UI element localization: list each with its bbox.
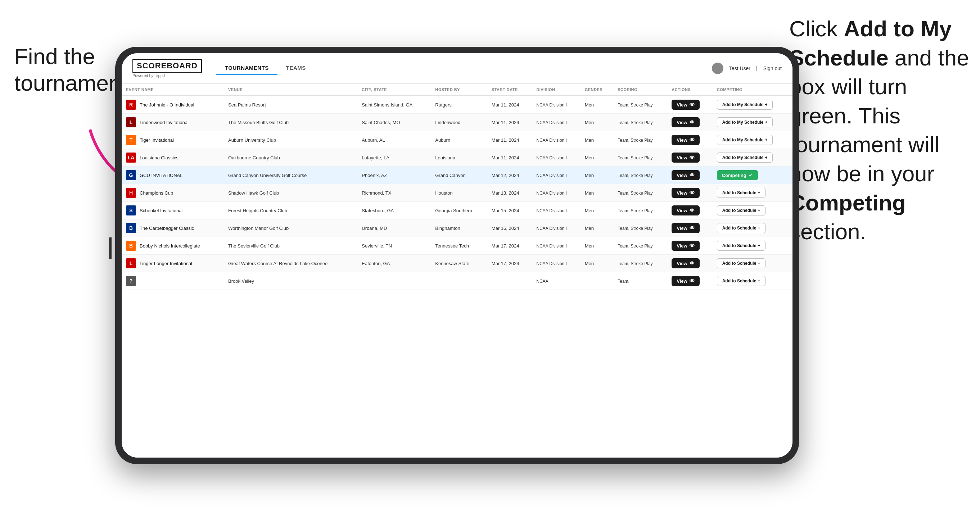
- cell-venue: Brook Valley: [224, 272, 357, 290]
- cell-actions[interactable]: View 👁: [667, 202, 712, 219]
- plus-icon: +: [757, 208, 760, 213]
- cell-actions[interactable]: View 👁: [667, 131, 712, 149]
- school-logo: B: [126, 241, 136, 251]
- add-to-schedule-button[interactable]: Add to Schedule +: [717, 223, 766, 233]
- cell-city: Saint Simons Island, GA: [357, 96, 431, 114]
- col-gender: GENDER: [581, 84, 614, 96]
- add-to-schedule-button[interactable]: Add to My Schedule +: [717, 152, 773, 163]
- add-to-schedule-button[interactable]: Add to Schedule +: [717, 241, 766, 251]
- view-button[interactable]: View 👁: [671, 117, 699, 127]
- cell-gender: Men: [581, 131, 614, 149]
- cell-competing[interactable]: Add to My Schedule +: [713, 96, 792, 114]
- add-to-schedule-button[interactable]: Add to Schedule +: [717, 258, 766, 268]
- view-button[interactable]: View 👁: [671, 276, 699, 286]
- cell-actions[interactable]: View 👁: [667, 149, 712, 167]
- cell-actions[interactable]: View 👁: [667, 272, 712, 290]
- col-city-state: CITY, STATE: [357, 84, 431, 96]
- add-to-schedule-button[interactable]: Add to My Schedule +: [717, 100, 773, 110]
- add-to-schedule-button[interactable]: Add to Schedule +: [717, 188, 766, 198]
- cell-actions[interactable]: View 👁: [667, 114, 712, 131]
- cell-city: [357, 272, 431, 290]
- cell-hosted-by: Rutgers: [431, 96, 487, 114]
- school-logo: H: [126, 188, 136, 198]
- cell-city: Sevierville, TN: [357, 237, 431, 255]
- cell-date: Mar 12, 2024: [487, 167, 532, 184]
- cell-actions[interactable]: View 👁: [667, 184, 712, 202]
- cell-competing[interactable]: Add to My Schedule +: [713, 114, 792, 131]
- plus-icon: +: [765, 137, 767, 143]
- col-competing: COMPETING: [713, 84, 792, 96]
- user-avatar: [712, 63, 723, 74]
- plus-icon: +: [757, 225, 760, 230]
- cell-gender: Men: [581, 255, 614, 272]
- cell-division: NCAA Division I: [532, 255, 580, 272]
- school-logo: LA: [126, 152, 136, 163]
- cell-city: Phoenix, AZ: [357, 167, 431, 184]
- view-button[interactable]: View 👁: [671, 188, 699, 198]
- cell-actions[interactable]: View 👁: [667, 255, 712, 272]
- view-button[interactable]: View 👁: [671, 135, 699, 145]
- cell-scoring: Team, Stroke Play: [613, 131, 667, 149]
- app-logo-sub: Powered by clippd: [132, 73, 202, 78]
- table-row: S Schenkel Invitational Forest Heights C…: [122, 202, 792, 219]
- cell-scoring: Team, Stroke Play: [613, 114, 667, 131]
- add-to-schedule-button[interactable]: Add to My Schedule +: [717, 135, 773, 145]
- cell-scoring: Team, Stroke Play: [613, 96, 667, 114]
- school-logo: L: [126, 117, 136, 127]
- view-button[interactable]: View 👁: [671, 205, 699, 216]
- table-row: R The Johnnie - O Individual Sea Palms R…: [122, 96, 792, 114]
- view-button[interactable]: View 👁: [671, 241, 699, 251]
- cell-venue: Forest Heights Country Club: [224, 202, 357, 219]
- cell-competing[interactable]: Add to Schedule +: [713, 184, 792, 202]
- cell-city: Eatonton, GA: [357, 255, 431, 272]
- cell-date: Mar 17, 2024: [487, 237, 532, 255]
- cell-city: Statesboro, GA: [357, 202, 431, 219]
- cell-date: [487, 272, 532, 290]
- add-to-schedule-button[interactable]: Add to My Schedule +: [717, 117, 773, 127]
- plus-icon: +: [765, 102, 767, 107]
- view-button[interactable]: View 👁: [671, 258, 699, 268]
- tablet-side-button: [109, 237, 111, 259]
- cell-competing[interactable]: Add to Schedule +: [713, 202, 792, 219]
- cell-date: Mar 11, 2024: [487, 131, 532, 149]
- cell-division: NCAA Division I: [532, 219, 580, 237]
- cell-hosted-by: Houston: [431, 184, 487, 202]
- tab-teams[interactable]: TEAMS: [277, 62, 315, 75]
- cell-competing[interactable]: Add to Schedule +: [713, 272, 792, 290]
- eye-icon: 👁: [690, 208, 695, 213]
- event-name-text: Tiger Invitational: [140, 137, 174, 143]
- cell-competing[interactable]: Add to Schedule +: [713, 237, 792, 255]
- cell-event-name: LA Louisiana Classics: [122, 149, 224, 167]
- cell-competing[interactable]: Competing ✓: [713, 167, 792, 184]
- cell-actions[interactable]: View 👁: [667, 237, 712, 255]
- tab-tournaments[interactable]: TOURNAMENTS: [216, 62, 277, 75]
- eye-icon: 👁: [690, 102, 695, 108]
- sign-out-link[interactable]: Sign out: [763, 65, 782, 71]
- competing-button[interactable]: Competing ✓: [717, 170, 758, 180]
- view-button[interactable]: View 👁: [671, 223, 699, 233]
- table-row: B Bobby Nichols Intercollegiate The Sevi…: [122, 237, 792, 255]
- cell-hosted-by: Louisiana: [431, 149, 487, 167]
- cell-date: Mar 17, 2024: [487, 255, 532, 272]
- school-logo: B: [126, 223, 136, 233]
- cell-competing[interactable]: Add to My Schedule +: [713, 131, 792, 149]
- add-to-schedule-button[interactable]: Add to Schedule +: [717, 205, 766, 216]
- plus-icon: +: [757, 261, 760, 266]
- annotation-bold-competing: Competing: [789, 190, 906, 215]
- cell-actions[interactable]: View 👁: [667, 96, 712, 114]
- cell-event-name: T Tiger Invitational: [122, 131, 224, 149]
- nav-tabs: TOURNAMENTS TEAMS: [216, 62, 315, 75]
- cell-date: Mar 16, 2024: [487, 219, 532, 237]
- view-button[interactable]: View 👁: [671, 152, 699, 163]
- view-button[interactable]: View 👁: [671, 170, 699, 180]
- cell-competing[interactable]: Add to My Schedule +: [713, 149, 792, 167]
- cell-actions[interactable]: View 👁: [667, 219, 712, 237]
- cell-competing[interactable]: Add to Schedule +: [713, 219, 792, 237]
- eye-icon: 👁: [690, 155, 695, 160]
- add-to-schedule-button[interactable]: Add to Schedule +: [717, 276, 766, 286]
- view-button[interactable]: View 👁: [671, 100, 699, 110]
- cell-competing[interactable]: Add to Schedule +: [713, 255, 792, 272]
- cell-actions[interactable]: View 👁: [667, 167, 712, 184]
- cell-venue: Auburn University Club: [224, 131, 357, 149]
- cell-venue: Great Waters Course At Reynolds Lake Oco…: [224, 255, 357, 272]
